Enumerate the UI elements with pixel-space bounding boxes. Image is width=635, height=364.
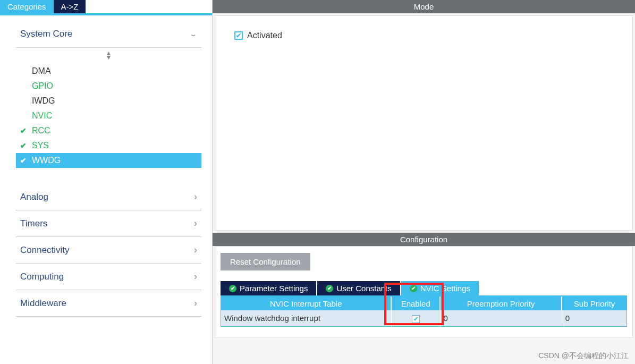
chevron-right-icon: › xyxy=(194,191,197,202)
table-row[interactable]: Window watchdog interrupt ✔ 0 0 xyxy=(221,310,627,326)
section-system-core-label: System Core xyxy=(20,29,72,39)
th-preemption-priority[interactable]: Preemption Priority xyxy=(440,297,562,311)
config-panel-body: Reset Configuration ✔ Parameter Settings… xyxy=(215,246,633,338)
section-connectivity[interactable]: Connectivity › xyxy=(16,237,201,264)
chevron-right-icon: › xyxy=(194,271,197,282)
tree-item-wwdg[interactable]: ✔WWDG xyxy=(16,153,201,168)
section-middleware[interactable]: Middleware › xyxy=(16,290,201,317)
section-timers-label: Timers xyxy=(20,218,47,229)
tree-item-dma[interactable]: DMA xyxy=(16,64,201,79)
checkbox-checked-icon: ✔ xyxy=(412,315,420,323)
section-timers[interactable]: Timers › xyxy=(16,210,201,237)
section-middleware-label: Middleware xyxy=(20,298,66,309)
check-icon: ✔ xyxy=(20,141,27,150)
reset-configuration-button[interactable]: Reset Configuration xyxy=(221,253,310,270)
th-sub-priority[interactable]: Sub Priority xyxy=(562,297,626,311)
config-tabs: ✔ Parameter Settings ✔ User Constants ✔ … xyxy=(221,281,627,297)
cell-interrupt-name: Window watchdog interrupt xyxy=(221,310,392,326)
tree-item-iwdg[interactable]: IWDG xyxy=(16,94,201,108)
tree-item-gpio[interactable]: GPIO xyxy=(16,79,201,94)
tree-item-sys[interactable]: ✔SYS xyxy=(16,138,201,153)
activated-checkbox-row[interactable]: ✔ Activated xyxy=(234,31,613,40)
mode-panel-body: ✔ Activated xyxy=(215,15,633,231)
section-computing[interactable]: Computing › xyxy=(16,264,201,290)
chevron-down-icon: ⌄ xyxy=(189,30,197,37)
right-panel: Mode ✔ Activated Configuration Reset Con… xyxy=(213,0,635,364)
tab-user-constants[interactable]: ✔ User Constants xyxy=(317,281,401,295)
tab-parameter-settings[interactable]: ✔ Parameter Settings xyxy=(221,281,317,295)
check-icon: ✔ xyxy=(20,126,27,135)
ok-icon: ✔ xyxy=(410,285,417,292)
config-panel-header: Configuration xyxy=(213,233,635,246)
section-analog-label: Analog xyxy=(20,192,48,202)
tree-item-nvic[interactable]: NVIC xyxy=(16,108,201,123)
watermark-caption: CSDN @不会编程的小江江 xyxy=(538,351,629,361)
section-analog[interactable]: Analog › xyxy=(16,184,201,210)
chevron-right-icon: › xyxy=(194,298,197,309)
tab-categories[interactable]: Categories xyxy=(0,0,54,13)
cell-sub-priority: 0 xyxy=(562,310,626,326)
chevron-right-icon: › xyxy=(194,244,197,256)
ok-icon: ✔ xyxy=(229,285,236,292)
sidebar: Categories A->Z System Core ⌄ ▲▼ DMA GPI… xyxy=(0,0,213,364)
section-connectivity-label: Connectivity xyxy=(20,245,70,256)
sidebar-tabs: Categories A->Z xyxy=(0,0,212,15)
system-core-tree: DMA GPIO IWDG NVIC ✔RCC ✔SYS ✔WWDG xyxy=(16,61,201,184)
check-icon: ✔ xyxy=(20,156,27,165)
cell-preemption-priority: 0 xyxy=(440,310,562,326)
checkbox-checked-icon: ✔ xyxy=(234,31,243,40)
tree-item-rcc[interactable]: ✔RCC xyxy=(16,123,201,138)
section-system-core[interactable]: System Core ⌄ xyxy=(16,21,201,48)
cell-enabled[interactable]: ✔ xyxy=(391,310,440,326)
tab-a-z[interactable]: A->Z xyxy=(54,0,86,13)
nvic-interrupt-table: NVIC Interrupt Table Enabled Preemption … xyxy=(221,297,627,327)
activated-label: Activated xyxy=(247,31,282,40)
th-interrupt-name[interactable]: NVIC Interrupt Table xyxy=(221,297,392,311)
section-computing-label: Computing xyxy=(20,272,64,282)
chevron-right-icon: › xyxy=(194,218,197,229)
ok-icon: ✔ xyxy=(326,285,333,292)
th-enabled[interactable]: Enabled xyxy=(391,297,440,311)
reorder-handle-icon: ▲▼ xyxy=(16,48,201,61)
tab-nvic-settings[interactable]: ✔ NVIC Settings xyxy=(401,281,479,295)
mode-panel-header: Mode xyxy=(213,0,635,13)
